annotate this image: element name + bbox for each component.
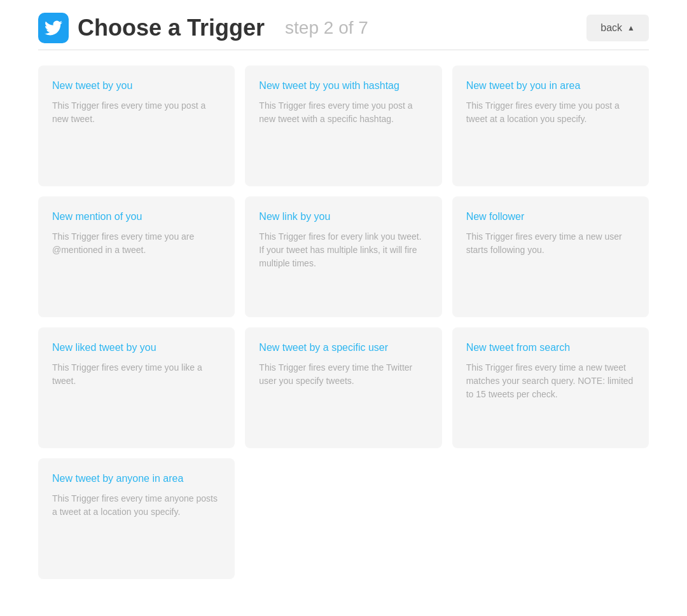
step-indicator: step 2 of 7 bbox=[285, 18, 368, 38]
trigger-desc-new-tweet-by-specific-user: This Trigger fires every time the Twitte… bbox=[259, 361, 427, 388]
header: Choose a Trigger step 2 of 7 back ▲ bbox=[38, 13, 649, 50]
trigger-card-new-tweet-by-you-with-hashtag[interactable]: New tweet by you with hashtagThis Trigge… bbox=[245, 65, 441, 186]
trigger-desc-new-tweet-from-search: This Trigger fires every time a new twee… bbox=[466, 361, 635, 401]
trigger-title-new-tweet-by-you-with-hashtag: New tweet by you with hashtag bbox=[259, 79, 427, 93]
trigger-desc-new-mention-of-you: This Trigger fires every time you are @m… bbox=[52, 230, 221, 257]
trigger-title-new-mention-of-you: New mention of you bbox=[52, 210, 221, 224]
trigger-card-new-tweet-from-search[interactable]: New tweet from searchThis Trigger fires … bbox=[452, 327, 649, 448]
trigger-desc-new-tweet-by-you-in-area: This Trigger fires every time you post a… bbox=[466, 99, 635, 126]
trigger-card-new-tweet-by-specific-user[interactable]: New tweet by a specific userThis Trigger… bbox=[245, 327, 441, 448]
trigger-desc-new-tweet-by-you-with-hashtag: This Trigger fires every time you post a… bbox=[259, 99, 427, 126]
trigger-desc-new-link-by-you: This Trigger fires for every link you tw… bbox=[259, 230, 427, 270]
back-label: back bbox=[600, 22, 622, 34]
trigger-card-new-tweet-by-you[interactable]: New tweet by youThis Trigger fires every… bbox=[38, 65, 235, 186]
trigger-desc-new-liked-tweet-by-you: This Trigger fires every time you like a… bbox=[52, 361, 221, 388]
twitter-icon bbox=[38, 13, 69, 43]
trigger-card-new-mention-of-you[interactable]: New mention of youThis Trigger fires eve… bbox=[38, 196, 235, 317]
trigger-card-new-tweet-by-anyone-in-area[interactable]: New tweet by anyone in areaThis Trigger … bbox=[38, 458, 235, 579]
page-title: Choose a Trigger bbox=[78, 15, 265, 41]
trigger-title-new-tweet-by-you: New tweet by you bbox=[52, 79, 221, 93]
trigger-desc-new-follower: This Trigger fires every time a new user… bbox=[466, 230, 635, 257]
trigger-grid: New tweet by youThis Trigger fires every… bbox=[38, 65, 649, 579]
trigger-title-new-tweet-from-search: New tweet from search bbox=[466, 341, 635, 355]
page-container: Choose a Trigger step 2 of 7 back ▲ New … bbox=[0, 0, 687, 605]
trigger-desc-new-tweet-by-you: This Trigger fires every time you post a… bbox=[52, 99, 221, 126]
trigger-title-new-tweet-by-you-in-area: New tweet by you in area bbox=[466, 79, 635, 93]
header-left: Choose a Trigger step 2 of 7 bbox=[38, 13, 368, 43]
trigger-title-new-tweet-by-specific-user: New tweet by a specific user bbox=[259, 341, 427, 355]
twitter-bird-icon bbox=[45, 19, 62, 37]
trigger-card-new-follower[interactable]: New followerThis Trigger fires every tim… bbox=[452, 196, 649, 317]
back-arrow-icon: ▲ bbox=[627, 24, 635, 32]
trigger-title-new-follower: New follower bbox=[466, 210, 635, 224]
trigger-title-new-link-by-you: New link by you bbox=[259, 210, 427, 224]
trigger-title-new-tweet-by-anyone-in-area: New tweet by anyone in area bbox=[52, 472, 221, 486]
trigger-title-new-liked-tweet-by-you: New liked tweet by you bbox=[52, 341, 221, 355]
trigger-desc-new-tweet-by-anyone-in-area: This Trigger fires every time anyone pos… bbox=[52, 492, 221, 519]
trigger-card-new-link-by-you[interactable]: New link by youThis Trigger fires for ev… bbox=[245, 196, 441, 317]
trigger-card-new-tweet-by-you-in-area[interactable]: New tweet by you in areaThis Trigger fir… bbox=[452, 65, 649, 186]
back-button[interactable]: back ▲ bbox=[586, 15, 649, 41]
trigger-card-new-liked-tweet-by-you[interactable]: New liked tweet by youThis Trigger fires… bbox=[38, 327, 235, 448]
